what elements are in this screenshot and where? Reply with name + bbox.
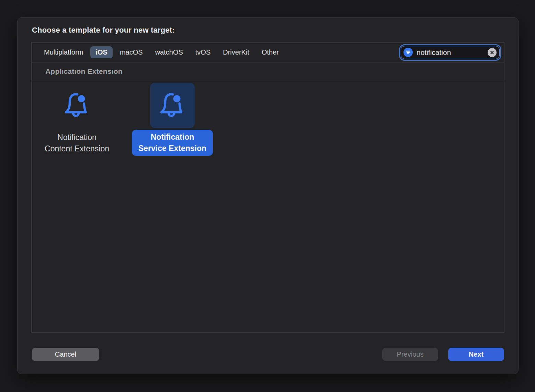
next-button[interactable]: Next — [448, 348, 504, 361]
tab-multiplatform[interactable]: Multiplatform — [39, 46, 88, 58]
search-input[interactable] — [416, 48, 488, 57]
template-icon-tile — [55, 83, 99, 128]
cancel-button[interactable]: Cancel — [32, 348, 99, 361]
bell-badge-icon — [150, 83, 195, 128]
tab-tvos[interactable]: tvOS — [190, 46, 216, 58]
tab-macos[interactable]: macOS — [115, 46, 148, 58]
tab-other[interactable]: Other — [257, 46, 284, 58]
clear-icon[interactable] — [488, 48, 497, 57]
template-notification-service-extension[interactable]: Notification Service Extension — [129, 83, 215, 156]
template-search-field[interactable] — [401, 46, 500, 59]
template-icon-tile — [150, 83, 195, 128]
template-label: Notification Service Extension — [132, 130, 213, 156]
tab-ios[interactable]: iOS — [90, 46, 112, 58]
new-target-template-dialog: Choose a template for your new target: M… — [17, 17, 519, 374]
template-chooser-panel: Multiplatform iOS macOS watchOS tvOS Dri… — [31, 42, 504, 333]
previous-button[interactable]: Previous — [382, 348, 438, 361]
template-notification-content-extension[interactable]: Notification Content Extension — [34, 83, 120, 154]
bell-badge-icon — [55, 83, 99, 128]
template-grid: Notification Content Extension Notificat… — [32, 80, 504, 332]
dialog-title: Choose a template for your new target: — [32, 26, 175, 35]
filter-icon[interactable] — [403, 48, 413, 57]
section-header-application-extension: Application Extension — [32, 62, 504, 80]
tab-watchos[interactable]: watchOS — [150, 46, 188, 58]
tab-driverkit[interactable]: DriverKit — [218, 46, 254, 58]
platform-tab-bar: Multiplatform iOS macOS watchOS tvOS Dri… — [32, 43, 504, 62]
template-label: Notification Content Extension — [45, 132, 109, 154]
